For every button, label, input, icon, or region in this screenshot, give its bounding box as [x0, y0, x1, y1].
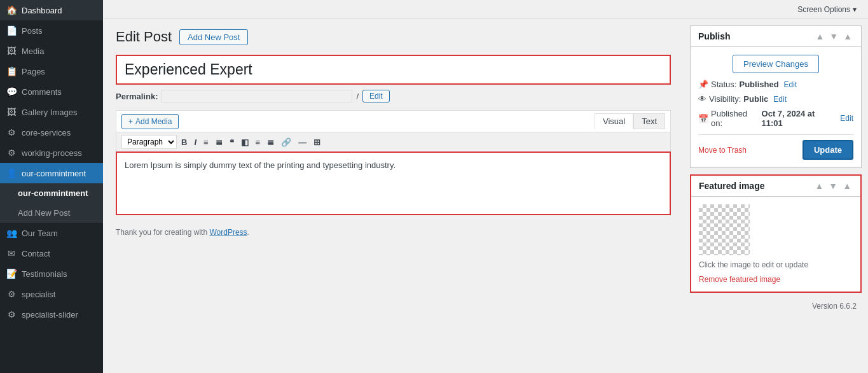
- sidebar-item-label: Media: [22, 46, 44, 56]
- sidebar-item-dashboard[interactable]: 🏠 Dashboard: [0, 0, 103, 20]
- blockquote-button[interactable]: ❝: [227, 136, 237, 148]
- sidebar-item-label: Our Team: [22, 229, 58, 238]
- link-button[interactable]: 🔗: [279, 136, 294, 148]
- sidebar-item-comments[interactable]: 💬 Comments: [0, 81, 103, 102]
- more-button[interactable]: —: [296, 136, 309, 148]
- sidebar-item-media[interactable]: 🖼 Media: [0, 41, 103, 61]
- sidebar-item-label: specialist-slider: [22, 310, 78, 320]
- specialist-icon: ⚙: [6, 289, 17, 299]
- numbered-list-button[interactable]: ≣: [213, 136, 225, 148]
- editor-body[interactable]: Lorem Ipsum is simply dummy text of the …: [116, 151, 671, 215]
- submenu-label: Add New Post: [18, 208, 70, 218]
- featured-image-collapse-down-button[interactable]: ▼: [827, 181, 839, 191]
- move-to-trash-link[interactable]: Move to Trash: [698, 146, 747, 155]
- sidebar-submenu-item-add-new-post[interactable]: Add New Post: [0, 203, 103, 223]
- featured-image-close-button[interactable]: ▲: [841, 181, 853, 191]
- sidebar-item-gallery-images[interactable]: 🖼 Gallery Images: [0, 102, 103, 122]
- table-button[interactable]: ⊞: [311, 136, 323, 148]
- status-value: Published: [739, 80, 778, 89]
- text-tab[interactable]: Text: [633, 113, 665, 129]
- page-header: Edit Post Add New Post: [116, 29, 671, 45]
- permalink-edit-button[interactable]: Edit: [362, 90, 390, 102]
- wordpress-link[interactable]: WordPress: [209, 228, 247, 237]
- publish-collapse-up-button[interactable]: ▲: [814, 31, 825, 41]
- contact-icon: ✉: [6, 248, 17, 258]
- working-process-icon: ⚙: [6, 148, 17, 158]
- status-icon: 📌: [698, 80, 708, 89]
- visibility-icon: 👁: [698, 94, 706, 104]
- editor-body-text: Lorem Ipsum is simply dummy text of the …: [125, 160, 396, 170]
- publish-actions: Move to Trash Update: [698, 134, 853, 160]
- sidebar-item-label: Contact: [22, 249, 50, 258]
- sidebar-item-our-team[interactable]: 👥 Our Team: [0, 223, 103, 243]
- sidebar-item-posts[interactable]: 📄 Posts: [0, 20, 103, 41]
- align-right-button[interactable]: ≣: [265, 136, 277, 148]
- sidebar-item-label: our-commintment: [22, 169, 86, 178]
- sidebar-item-our-commintment[interactable]: 👤 our-commintment: [0, 163, 103, 183]
- screen-options-button[interactable]: Screen Options ▾: [792, 3, 862, 17]
- bullet-list-button[interactable]: ≡: [201, 136, 211, 148]
- testimonials-icon: 📝: [6, 269, 17, 279]
- footer-text: Thank you for creating with: [116, 228, 207, 237]
- visibility-row: 👁 Visibility: Public Edit: [698, 94, 853, 104]
- add-new-post-button[interactable]: Add New Post: [179, 29, 248, 45]
- sidebar-item-pages[interactable]: 📋 Pages: [0, 61, 103, 81]
- sidebar-item-label: Comments: [22, 87, 62, 97]
- right-sidebar: Publish ▲ ▼ ▲ Preview Changes 📌 Status: …: [684, 19, 868, 373]
- featured-image-placeholder[interactable]: [699, 204, 750, 255]
- featured-image-metabox-controls: ▲ ▼ ▲: [813, 181, 853, 191]
- status-edit-link[interactable]: Edit: [784, 80, 797, 89]
- sidebar-item-specialist[interactable]: ⚙ specialist: [0, 284, 103, 304]
- sidebar-item-label: Pages: [22, 67, 45, 76]
- sidebar-item-working-process[interactable]: ⚙ working-process: [0, 143, 103, 163]
- align-center-button[interactable]: ≡: [253, 136, 263, 148]
- format-toolbar: Paragraph B I ≡ ≣ ❝ ◧ ≡ ≣ 🔗 — ⊞: [116, 132, 671, 151]
- sidebar-item-core-services[interactable]: ⚙ core-services: [0, 122, 103, 143]
- remove-featured-image-link[interactable]: Remove featured image: [699, 275, 780, 284]
- sidebar-item-label: Dashboard: [22, 6, 62, 15]
- comments-icon: 💬: [6, 87, 17, 97]
- visibility-edit-link[interactable]: Edit: [773, 95, 787, 104]
- version-footer: Version 6.6.2: [690, 299, 862, 313]
- editor-footer: Thank you for creating with WordPress.: [116, 228, 671, 237]
- featured-image-caption: Click the image to edit or update: [699, 260, 853, 269]
- topbar: Screen Options ▾: [103, 0, 868, 19]
- featured-image-metabox-header: Featured image ▲ ▼ ▲: [691, 176, 860, 197]
- publish-close-button[interactable]: ▲: [842, 31, 853, 41]
- align-left-button[interactable]: ◧: [238, 136, 251, 148]
- sidebar: 🏠 Dashboard 📄 Posts 🖼 Media 📋 Pages 💬 Co…: [0, 0, 103, 373]
- visibility-value: Public: [743, 94, 768, 104]
- post-title-input[interactable]: [116, 55, 671, 85]
- published-edit-link[interactable]: Edit: [840, 114, 853, 123]
- status-row: 📌 Status: Published Edit: [698, 80, 853, 89]
- chevron-down-icon: ▾: [853, 5, 857, 14]
- preview-changes-button[interactable]: Preview Changes: [733, 55, 819, 73]
- sidebar-item-label: Gallery Images: [22, 108, 77, 117]
- featured-image-collapse-up-button[interactable]: ▲: [813, 181, 825, 191]
- calendar-icon: 📅: [698, 114, 708, 123]
- our-team-icon: 👥: [6, 228, 17, 238]
- publish-collapse-down-button[interactable]: ▼: [828, 31, 839, 41]
- content-area: Edit Post Add New Post Permalink: / Edit…: [103, 19, 868, 373]
- sidebar-item-specialist-slider[interactable]: ⚙ specialist-slider: [0, 304, 103, 325]
- visual-tab[interactable]: Visual: [595, 113, 633, 129]
- italic-button[interactable]: I: [191, 136, 199, 148]
- sidebar-item-testimonials[interactable]: 📝 Testimonials: [0, 264, 103, 284]
- permalink-row: Permalink: / Edit: [116, 90, 671, 102]
- update-button[interactable]: Update: [803, 140, 853, 160]
- status-label: Status:: [711, 80, 736, 89]
- gallery-icon: 🖼: [6, 107, 17, 117]
- permalink-url-input[interactable]: [162, 90, 352, 102]
- main-area: Screen Options ▾ Edit Post Add New Post …: [103, 0, 868, 373]
- bold-button[interactable]: B: [179, 136, 189, 148]
- published-value: Oct 7, 2024 at 11:01: [762, 109, 836, 128]
- paragraph-select[interactable]: Paragraph: [121, 135, 177, 149]
- sidebar-item-label: Posts: [22, 26, 43, 36]
- core-services-icon: ⚙: [6, 127, 17, 137]
- our-commintment-icon: 👤: [6, 168, 17, 178]
- add-media-button[interactable]: + Add Media: [121, 114, 179, 129]
- sidebar-submenu-item-our-commintment[interactable]: our-commintment: [0, 183, 103, 203]
- publish-metabox-controls: ▲ ▼ ▲: [814, 31, 853, 41]
- sidebar-item-contact[interactable]: ✉ Contact: [0, 243, 103, 264]
- publish-metabox-title: Publish: [698, 31, 731, 41]
